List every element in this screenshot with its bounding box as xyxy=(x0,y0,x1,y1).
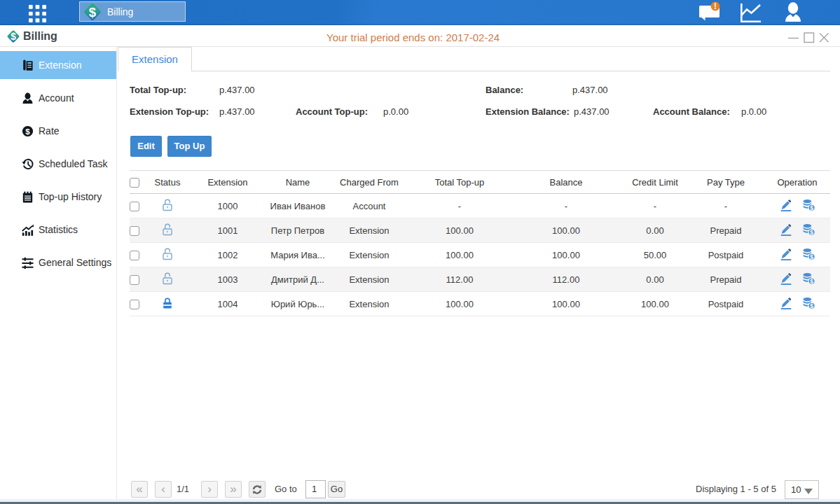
svg-text:$: $ xyxy=(25,127,30,136)
svg-text:$: $ xyxy=(810,302,813,309)
svg-text:$: $ xyxy=(810,253,813,260)
svg-text:!: ! xyxy=(714,1,717,11)
svg-text:$: $ xyxy=(11,31,16,42)
svg-text:$: $ xyxy=(810,277,813,284)
svg-text:$: $ xyxy=(89,4,97,19)
svg-text:$: $ xyxy=(810,204,813,211)
svg-text:$: $ xyxy=(810,228,813,235)
